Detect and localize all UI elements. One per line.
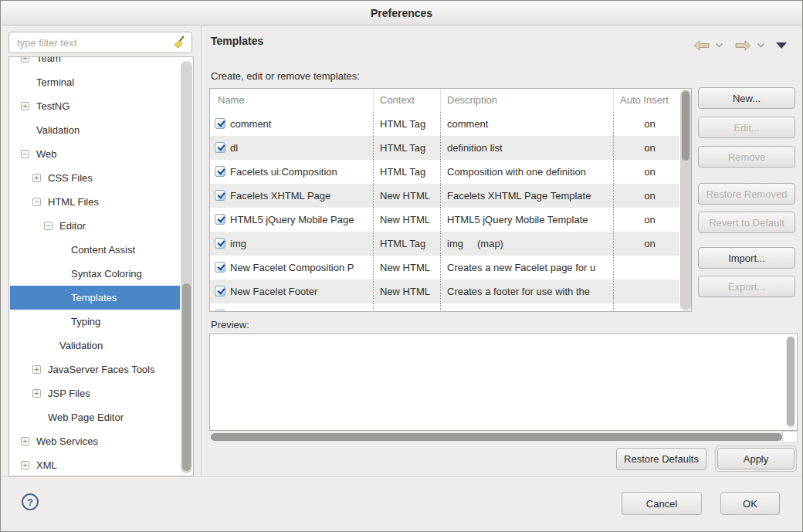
sidebar-item-css-files[interactable]: +CSS Files	[10, 166, 180, 190]
window-titlebar: Preferences	[2, 2, 801, 25]
tree-item-label: Validation	[36, 124, 80, 136]
table-row[interactable]: dlHTML Tagdefinition liston	[210, 136, 679, 160]
table-row[interactable]: commentHTML Tagcommenton	[210, 112, 679, 136]
sidebar-item-terminal[interactable]: Terminal	[10, 70, 180, 94]
plus-expander-icon[interactable]: +	[21, 437, 29, 446]
restore-defaults-button[interactable]: Restore Defaults	[616, 448, 706, 470]
sidebar-item-javaserver-faces-tools[interactable]: +JavaServer Faces Tools	[10, 357, 180, 381]
name-cell: dl	[210, 136, 373, 160]
minus-expander-icon[interactable]: −	[21, 150, 29, 158]
back-history-chevron-icon[interactable]	[715, 42, 723, 49]
back-arrow-icon[interactable]	[693, 40, 710, 51]
minus-expander-icon[interactable]: −	[32, 198, 41, 206]
sidebar-item-validation[interactable]: Validation	[10, 118, 180, 142]
table-row[interactable]: imgHTML Tagimg (map)on	[210, 232, 679, 256]
auto-insert-cell	[613, 303, 679, 311]
edit-button[interactable]: Edit...	[698, 117, 795, 138]
plus-expander-icon[interactable]: +	[32, 389, 41, 398]
tree-item-label: CSS Files	[48, 172, 93, 184]
import-button[interactable]: Import...	[698, 247, 795, 269]
plus-expander-icon[interactable]: +	[21, 461, 29, 469]
template-checkbox[interactable]	[215, 190, 225, 201]
plus-expander-icon[interactable]: +	[21, 102, 29, 110]
description-cell: HTML5 jQuery Mobile Template	[440, 208, 613, 232]
plus-expander-icon[interactable]: +	[32, 174, 41, 182]
template-checkbox[interactable]	[215, 142, 225, 153]
sidebar-item-html-files[interactable]: −HTML Files	[10, 190, 180, 214]
sidebar-item-editor[interactable]: −Editor	[10, 214, 180, 238]
tree-item-label: Web Page Editor	[48, 412, 124, 423]
revert-to-default-button[interactable]: Revert to Default	[698, 212, 795, 233]
table-row[interactable]: Facelets ui:CompositionHTML TagCompositi…	[210, 160, 679, 184]
description-cell: Composition with one definition	[440, 160, 613, 184]
minus-expander-icon[interactable]: −	[44, 222, 53, 230]
sidebar-item-validation[interactable]: Validation	[10, 334, 180, 357]
tree-scrollbar-thumb[interactable]	[182, 283, 191, 471]
table-row[interactable]: New Facelet FooterNew HTMLCreates a foot…	[210, 280, 679, 303]
auto-insert-cell	[613, 280, 679, 303]
tree-item-label: Editor	[59, 220, 86, 232]
template-checkbox[interactable]	[215, 238, 225, 249]
tree-item-label: JavaServer Faces Tools	[48, 364, 155, 375]
horizontal-scrollbar-thumb[interactable]	[211, 433, 782, 441]
column-header-description[interactable]: Description	[440, 89, 613, 112]
plus-expander-icon[interactable]: +	[21, 56, 29, 63]
description-cell: comment	[440, 112, 613, 136]
template-checkbox[interactable]	[215, 286, 225, 296]
tree-item-label: Terminal	[36, 76, 74, 88]
sidebar-item-templates[interactable]: Templates	[10, 286, 180, 310]
tree-item-label: Content Assist	[71, 244, 135, 256]
name-cell: img	[210, 232, 373, 256]
table-row[interactable]: New Facelet Composition PNew HTMLCreates…	[210, 256, 679, 280]
sidebar-item-jsp-files[interactable]: +JSP Files	[10, 381, 180, 405]
context-cell: HTML Tag	[373, 232, 440, 256]
name-cell: New Facelet Header	[210, 303, 373, 311]
remove-button[interactable]: Remove	[698, 146, 795, 168]
template-checkbox[interactable]	[215, 166, 225, 177]
sidebar-item-web[interactable]: −Web	[10, 142, 180, 166]
new-button[interactable]: New...	[698, 87, 795, 109]
button-bar-divider	[2, 476, 801, 477]
sidebar-item-content-assist[interactable]: Content Assist	[10, 238, 180, 262]
forward-history-chevron-icon[interactable]	[757, 42, 765, 49]
sidebar-item-web-page-editor[interactable]: Web Page Editor	[10, 405, 180, 429]
broom-icon[interactable]	[172, 35, 188, 50]
table-row[interactable]: Facelets XHTML PageNew HTMLFacelets XHTM…	[210, 184, 679, 208]
preview-scrollbar-thumb[interactable]	[787, 337, 795, 426]
name-cell: Facelets ui:Composition	[210, 160, 373, 184]
table-scrollbar-thumb[interactable]	[682, 91, 689, 161]
sidebar-item-team[interactable]: +Team	[10, 56, 180, 70]
template-checkbox[interactable]	[215, 118, 225, 129]
sidebar-item-syntax-coloring[interactable]: Syntax Coloring	[10, 262, 180, 286]
help-icon[interactable]: ?	[22, 493, 39, 510]
preview-scrollbar[interactable]	[786, 336, 795, 429]
table-scrollbar[interactable]	[680, 90, 691, 310]
column-header-name[interactable]: Name	[210, 89, 373, 112]
template-checkbox[interactable]	[215, 214, 225, 225]
sidebar-item-web-services[interactable]: +Web Services	[10, 429, 180, 453]
restore-removed-button[interactable]: Restore Removed	[698, 183, 795, 205]
table-row[interactable]: HTML5 jQuery Mobile PageNew HTMLHTML5 jQ…	[210, 208, 679, 232]
column-header-auto-insert[interactable]: Auto Insert	[613, 89, 679, 112]
sidebar-item-testng[interactable]: +TestNG	[10, 94, 180, 118]
forward-arrow-icon[interactable]	[735, 40, 751, 51]
preview-area[interactable]	[209, 334, 798, 431]
ok-button[interactable]: OK	[720, 492, 780, 515]
cancel-button[interactable]: Cancel	[622, 492, 702, 515]
table-row[interactable]: New Facelet HeaderNew HTMLCreates a head…	[210, 303, 679, 311]
view-menu-icon[interactable]	[775, 42, 788, 49]
tree-item-label: TestNG	[36, 100, 69, 112]
plus-expander-icon[interactable]: +	[32, 365, 41, 374]
template-checkbox[interactable]	[215, 310, 225, 311]
apply-button[interactable]: Apply	[717, 448, 795, 469]
description-cell: Facelets XHTML Page Template	[440, 184, 613, 208]
filter-input[interactable]	[15, 36, 172, 49]
column-header-context[interactable]: Context	[373, 89, 440, 112]
template-checkbox[interactable]	[215, 262, 225, 273]
export-button[interactable]: Export...	[698, 276, 795, 297]
sidebar-item-typing[interactable]: Typing	[10, 310, 180, 334]
context-cell: New HTML	[373, 208, 440, 232]
scrollbar-corner	[782, 431, 798, 443]
sidebar-item-xml[interactable]: +XML	[10, 453, 180, 476]
tree-scrollbar[interactable]	[181, 61, 192, 473]
